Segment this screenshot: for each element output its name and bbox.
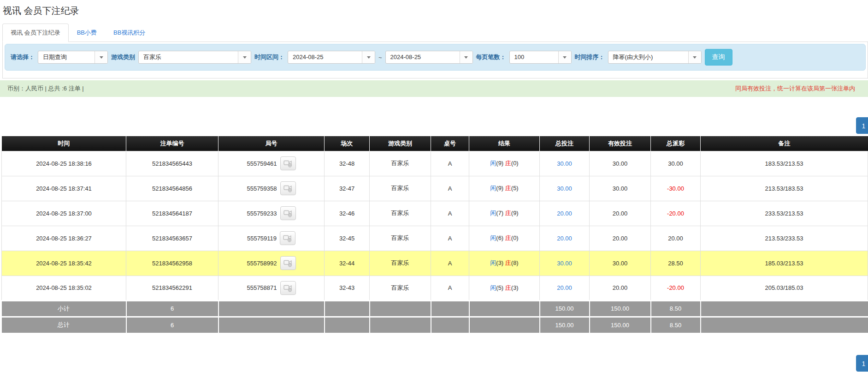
total-bet-link[interactable]: 30.00 bbox=[557, 160, 572, 167]
chevron-down-icon[interactable] bbox=[558, 51, 571, 63]
video-replay-button[interactable] bbox=[280, 206, 296, 220]
player-label: 闲 bbox=[490, 185, 496, 192]
chevron-down-icon[interactable] bbox=[688, 51, 701, 63]
session-cell: 32-44 bbox=[325, 251, 370, 276]
filter-bar: 请选择： 日期查询 游戏类别 百家乐 时间区间： 2024-08-25 ~ 20… bbox=[5, 44, 866, 71]
round-id-wrap: 555759233 bbox=[247, 206, 295, 220]
video-replay-button[interactable] bbox=[280, 281, 296, 295]
currency-total-text: 币别：人民币 | 总共 :6 注单 | bbox=[7, 84, 84, 93]
total-bet-link[interactable]: 20.00 bbox=[557, 210, 572, 217]
round-id-cell: 555758871 bbox=[218, 276, 325, 300]
tab-bb-tips[interactable]: BB小费 bbox=[69, 24, 105, 42]
table-row: 2024-08-25 18:36:27521834563657555759119… bbox=[2, 226, 868, 251]
total-bet-cell: 20.00 bbox=[540, 226, 590, 251]
column-header: 时间 bbox=[2, 136, 126, 151]
result-score: (9) bbox=[496, 160, 505, 167]
total-bet-link[interactable]: 30.00 bbox=[557, 260, 572, 267]
column-header: 总派彩 bbox=[651, 136, 701, 151]
column-header: 结果 bbox=[469, 136, 540, 151]
tab-bb-points[interactable]: BB视讯积分 bbox=[105, 24, 154, 42]
total-row-cell: 总计 bbox=[2, 317, 126, 333]
game-type-select[interactable]: 百家乐 bbox=[138, 51, 251, 64]
valid-bet-notice-text: 同局有效投注，统一计算在该局第一张注单内 bbox=[735, 84, 855, 93]
banker-label: 庄 bbox=[505, 234, 511, 241]
valid-bet-cell: 30.00 bbox=[590, 251, 651, 276]
column-header: 局号 bbox=[218, 136, 325, 151]
chevron-down-icon[interactable] bbox=[238, 51, 251, 63]
date-from-select[interactable]: 2024-08-25 bbox=[288, 51, 375, 64]
video-camera-icon bbox=[283, 209, 293, 217]
result-score: (0) bbox=[511, 160, 519, 167]
result-score: (6) bbox=[496, 234, 505, 241]
video-replay-button[interactable] bbox=[280, 181, 296, 195]
subtotal-row-cell: 小计 bbox=[2, 300, 126, 317]
total-row-cell: 6 bbox=[126, 317, 218, 333]
chevron-down-icon[interactable] bbox=[460, 51, 472, 63]
total-bet-link[interactable]: 30.00 bbox=[557, 185, 572, 192]
total-row-cell: 150.00 bbox=[540, 317, 590, 333]
result-cell: 闲(9) 庄(5) bbox=[469, 176, 540, 201]
subtotal-row-cell bbox=[370, 300, 431, 317]
result-score: (5) bbox=[511, 185, 519, 192]
subtotal-row-cell: 6 bbox=[126, 300, 218, 317]
search-button[interactable]: 查询 bbox=[705, 49, 732, 66]
time-cell: 2024-08-25 18:36:27 bbox=[2, 226, 126, 251]
summary-bar: 币别：人民币 | 总共 :6 注单 | 同局有效投注，统一计算在该局第一张注单内 bbox=[0, 80, 868, 97]
page-1-button[interactable]: 1 bbox=[856, 355, 868, 372]
sort-order-select[interactable]: 降幂(由大到小) bbox=[608, 51, 702, 64]
banker-label: 庄 bbox=[505, 160, 511, 167]
date-range-label: 时间区间： bbox=[254, 53, 284, 61]
table-no-cell: A bbox=[431, 276, 469, 300]
time-cell: 2024-08-25 18:35:02 bbox=[2, 276, 126, 300]
chevron-down-icon[interactable] bbox=[94, 51, 107, 63]
query-type-label: 请选择： bbox=[11, 53, 35, 61]
game-type-cell: 百家乐 bbox=[370, 226, 431, 251]
video-replay-button[interactable] bbox=[280, 156, 296, 170]
per-page-select[interactable]: 100 bbox=[509, 51, 572, 64]
round-id-text: 555759358 bbox=[247, 185, 277, 192]
game-type-cell: 百家乐 bbox=[370, 151, 431, 176]
video-replay-button[interactable] bbox=[280, 231, 295, 245]
table-row: 2024-08-25 18:35:42521834562958555758992… bbox=[2, 251, 868, 276]
result-score: (9) bbox=[496, 185, 505, 192]
game-type-cell: 百家乐 bbox=[370, 251, 431, 276]
video-replay-button[interactable] bbox=[280, 256, 296, 270]
table-no-cell: A bbox=[431, 151, 469, 176]
date-range-separator: ~ bbox=[378, 54, 382, 61]
page-1-button[interactable]: 1 bbox=[856, 117, 868, 134]
result-score: (3) bbox=[496, 259, 505, 266]
subtotal-row-cell bbox=[469, 300, 540, 317]
round-id-cell: 555758992 bbox=[218, 251, 325, 276]
tab-betting-records[interactable]: 视讯 会员下注纪录 bbox=[2, 24, 69, 42]
payout-cell: -20.00 bbox=[651, 201, 701, 226]
tab-content-pane: 请选择： 日期查询 游戏类别 百家乐 时间区间： 2024-08-25 ~ 20… bbox=[2, 42, 868, 78]
total-row-cell: 150.00 bbox=[590, 317, 651, 333]
session-cell: 32-45 bbox=[325, 226, 370, 251]
chevron-down-icon[interactable] bbox=[362, 51, 375, 63]
table-header-row: 时间注单编号局号场次游戏类别桌号结果总投注有效投注总派彩备注 bbox=[2, 136, 868, 151]
valid-bet-cell: 30.00 bbox=[590, 151, 651, 176]
query-type-select[interactable]: 日期查询 bbox=[38, 51, 108, 64]
column-header: 备注 bbox=[701, 136, 868, 151]
round-id-cell: 555759358 bbox=[218, 176, 325, 201]
column-header: 注单编号 bbox=[126, 136, 218, 151]
total-bet-link[interactable]: 20.00 bbox=[557, 284, 572, 291]
payout-cell: 30.00 bbox=[651, 151, 701, 176]
payout-cell: -20.00 bbox=[651, 276, 701, 300]
remark-cell: 213.53/183.53 bbox=[701, 176, 868, 201]
round-id-text: 555759461 bbox=[247, 160, 277, 167]
session-cell: 32-43 bbox=[325, 276, 370, 300]
banker-label: 庄 bbox=[505, 185, 511, 192]
table-no-cell: A bbox=[431, 226, 469, 251]
round-id-wrap: 555759119 bbox=[247, 231, 295, 245]
date-to-select[interactable]: 2024-08-25 bbox=[385, 51, 473, 64]
table-row: 2024-08-25 18:38:16521834565443555759461… bbox=[2, 151, 868, 176]
total-bet-link[interactable]: 20.00 bbox=[557, 235, 572, 242]
game-type-cell: 百家乐 bbox=[370, 276, 431, 300]
subtotal-row-cell bbox=[701, 300, 868, 317]
bet-id-cell: 521834565443 bbox=[126, 151, 218, 176]
bet-id-cell: 521834562958 bbox=[126, 251, 218, 276]
total-row-cell bbox=[431, 317, 469, 333]
valid-bet-cell: 30.00 bbox=[590, 176, 651, 201]
total-bet-cell: 30.00 bbox=[540, 176, 590, 201]
